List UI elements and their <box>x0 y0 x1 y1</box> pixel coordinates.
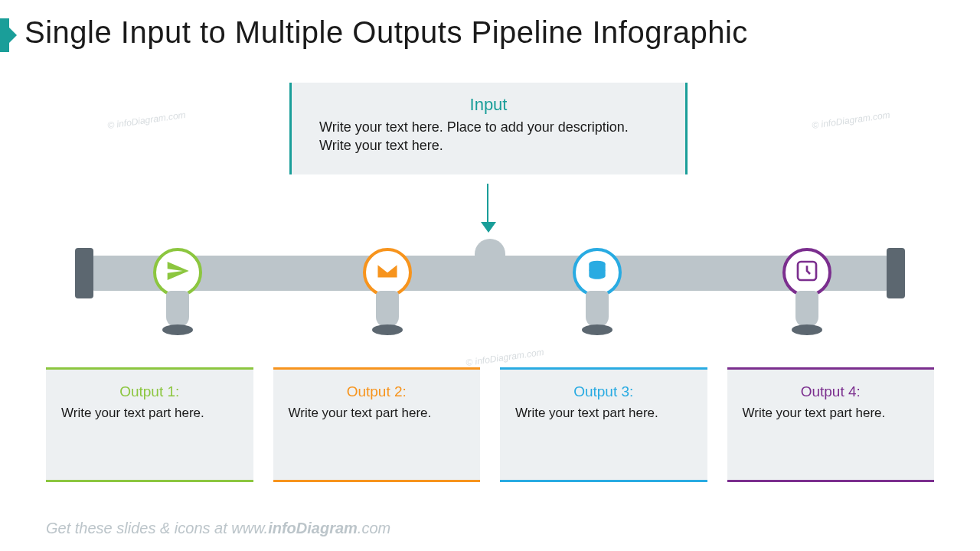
arrow-down-head <box>481 222 496 233</box>
watermark: © infoDiagram.com <box>466 347 545 368</box>
output-box-3: Output 3: Write your text part here. <box>500 367 707 482</box>
pipe-cap-right <box>887 248 905 298</box>
node-output-2 <box>363 248 412 297</box>
pipe-cap-left <box>75 248 93 298</box>
node-output-4 <box>782 248 831 297</box>
output-title-4: Output 4: <box>743 383 920 400</box>
arrow-down-line <box>487 184 488 225</box>
output-title-3: Output 3: <box>515 383 692 400</box>
side-accent-marker <box>0 18 9 52</box>
node-output-3 <box>573 248 622 297</box>
pipe-out-hole-1 <box>162 324 193 335</box>
input-box: Input Write your text here. Place to add… <box>289 83 688 174</box>
output-title-2: Output 2: <box>289 383 466 400</box>
footer-credit: Get these slides & icons at www.infoDiag… <box>46 520 390 537</box>
output-title-1: Output 1: <box>61 383 238 400</box>
paper-plane-icon <box>165 259 190 286</box>
footer-bold: infoDiagram <box>268 520 358 536</box>
node-output-1 <box>153 248 202 297</box>
outputs-row: Output 1: Write your text part here. Out… <box>46 367 934 482</box>
pipe-out-hole-4 <box>792 324 822 335</box>
database-icon <box>585 259 609 286</box>
output-desc-2: Write your text part here. <box>289 405 466 422</box>
pipe-out-hole-3 <box>582 324 612 335</box>
pipe-out-stub-2 <box>376 291 399 328</box>
pipe-out-hole-2 <box>372 324 403 335</box>
pipe-input-stub <box>475 239 505 262</box>
output-desc-1: Write your text part here. <box>61 405 238 422</box>
pipeline <box>61 237 919 298</box>
input-description: Write your text here. Place to add your … <box>319 118 658 155</box>
pipe-out-stub-1 <box>166 291 189 328</box>
output-desc-3: Write your text part here. <box>515 405 692 422</box>
pipe-out-stub-4 <box>795 291 818 328</box>
footer-suffix: .com <box>358 520 390 536</box>
output-box-1: Output 1: Write your text part here. <box>46 367 253 482</box>
watermark: © infoDiagram.com <box>107 109 187 131</box>
output-desc-4: Write your text part here. <box>743 405 920 422</box>
watermark: © infoDiagram.com <box>812 109 891 131</box>
output-box-4: Output 4: Write your text part here. <box>727 367 935 482</box>
clock-icon <box>795 259 819 286</box>
envelope-icon <box>375 259 400 286</box>
input-title: Input <box>319 95 658 115</box>
output-box-2: Output 2: Write your text part here. <box>273 367 481 482</box>
footer-prefix: Get these slides & icons at www. <box>46 520 268 536</box>
pipe-out-stub-3 <box>586 291 609 328</box>
page-title: Single Input to Multiple Outputs Pipelin… <box>24 15 748 50</box>
